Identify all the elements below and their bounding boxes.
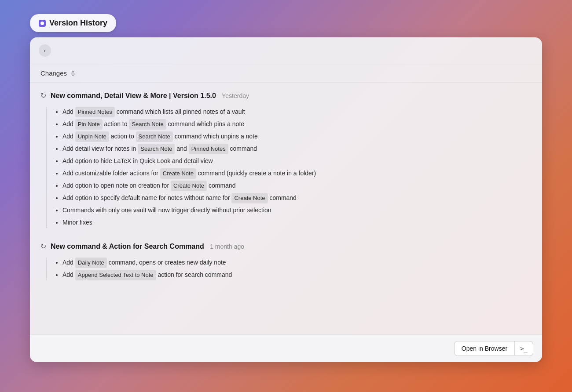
open-browser-label: Open in Browser bbox=[455, 341, 515, 356]
code-tag: Create Note bbox=[160, 168, 196, 179]
version-date-2: 1 month ago bbox=[210, 243, 244, 250]
version-section-1: ↻ New command, Detail View & More | Vers… bbox=[40, 91, 532, 228]
code-tag: Search Note bbox=[138, 144, 175, 154]
version-content-2: Add Daily Note command, opens or creates… bbox=[46, 258, 532, 280]
panel-footer: Open in Browser >_ bbox=[30, 334, 542, 362]
list-item: Add detail view for notes in Search Note… bbox=[62, 144, 532, 154]
code-tag: Search Note bbox=[136, 131, 173, 142]
change-list-1: Add Pinned Notes command which lists all… bbox=[55, 107, 532, 228]
list-item: Commands with only one vault will now tr… bbox=[62, 205, 532, 216]
code-tag: Search Note bbox=[129, 119, 166, 130]
code-tag: Pinned Notes bbox=[189, 144, 228, 154]
list-item: Add customizable folder actions for Crea… bbox=[62, 168, 532, 179]
list-item: Add option to specify default name for n… bbox=[62, 193, 532, 203]
version-title-row-2: ↻ New command & Action for Search Comman… bbox=[40, 242, 532, 250]
code-tag: Pinned Notes bbox=[75, 107, 115, 117]
version-title-row-1: ↻ New command, Detail View & More | Vers… bbox=[40, 91, 532, 100]
code-tag: Create Note bbox=[231, 193, 268, 203]
version-date-1: Yesterday bbox=[222, 92, 249, 99]
refresh-icon-1: ↻ bbox=[40, 91, 46, 100]
list-item: Add Append Selected Text to Note action … bbox=[62, 270, 532, 280]
list-item: Add option to hide LaTeX in Quick Look a… bbox=[62, 156, 532, 167]
code-tag: Pin Note bbox=[75, 119, 103, 130]
list-item: Add option to open note on creation for … bbox=[62, 181, 532, 191]
terminal-icon: >_ bbox=[515, 341, 533, 356]
code-tag: Append Selected Text to Note bbox=[75, 270, 156, 280]
title-bar-icon bbox=[39, 20, 46, 27]
code-tag: Create Note bbox=[171, 181, 207, 191]
change-list-2: Add Daily Note command, opens or creates… bbox=[55, 258, 532, 280]
code-tag: Daily Note bbox=[75, 258, 107, 268]
list-item: Minor fixes bbox=[62, 218, 532, 228]
list-item: Add Daily Note command, opens or creates… bbox=[62, 258, 532, 268]
list-item: Add Unpin Note action to Search Note com… bbox=[62, 131, 532, 142]
list-item: Add Pinned Notes command which lists all… bbox=[62, 107, 532, 117]
changes-count: 6 bbox=[71, 70, 75, 77]
version-title-2: New command & Action for Search Command … bbox=[51, 243, 244, 250]
list-item: Add Pin Note action to Search Note comma… bbox=[62, 119, 532, 130]
back-button[interactable]: ‹ bbox=[39, 44, 51, 57]
changes-label: Changes bbox=[40, 69, 67, 77]
title-bar-text: Version History bbox=[49, 18, 107, 28]
content-area: ↻ New command, Detail View & More | Vers… bbox=[30, 83, 542, 334]
version-title-1: New command, Detail View & More | Versio… bbox=[51, 92, 249, 100]
main-panel: ‹ Changes 6 ↻ New command, Detail View &… bbox=[30, 37, 542, 362]
changes-header-row: Changes 6 bbox=[30, 64, 542, 83]
version-section-2: ↻ New command & Action for Search Comman… bbox=[40, 242, 532, 280]
version-content-1: Add Pinned Notes command which lists all… bbox=[46, 107, 532, 228]
open-browser-button[interactable]: Open in Browser >_ bbox=[454, 341, 533, 356]
panel-header: ‹ bbox=[30, 37, 542, 64]
title-bar: Version History bbox=[30, 14, 116, 32]
refresh-icon-2: ↻ bbox=[40, 242, 46, 250]
code-tag: Unpin Note bbox=[75, 131, 109, 142]
